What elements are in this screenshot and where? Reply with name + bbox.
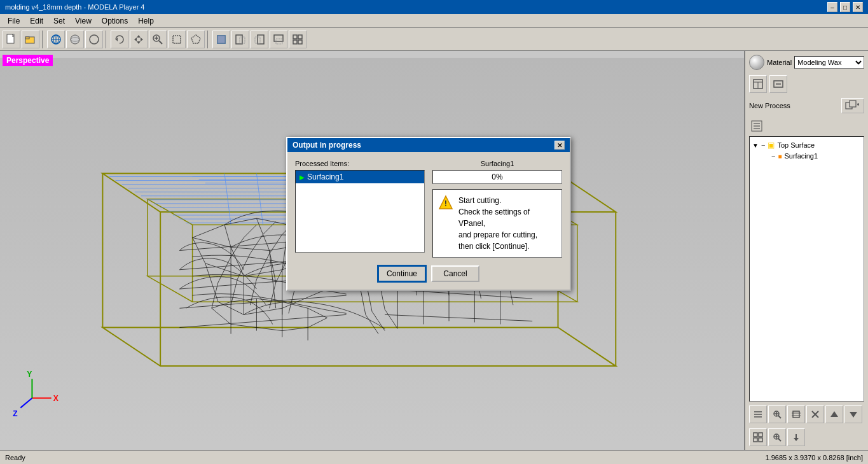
svg-marker-11	[137, 35, 141, 38]
processed-items-list[interactable]: ▶ Surfacing1	[295, 170, 425, 253]
panel-btn-crop[interactable]	[787, 405, 805, 423]
panel-icon-btn-1[interactable]	[749, 75, 767, 93]
svg-rect-30	[298, 35, 302, 39]
toolbar-circle[interactable]	[85, 31, 103, 48]
material-select[interactable]: Modeling Wax Chemical Wood Acrylic	[794, 56, 864, 69]
panel-icons-row	[749, 75, 864, 93]
svg-marker-14	[141, 38, 143, 41]
svg-text:!: !	[444, 199, 447, 208]
toolbar-solid-view[interactable]	[212, 31, 230, 48]
panel-btn-lines[interactable]	[749, 405, 767, 423]
toolbar-select-rect[interactable]	[168, 31, 186, 48]
svg-rect-108	[759, 438, 762, 442]
process-tree: ▼ − ▣ Top Surface − ■ Surfacing1	[749, 136, 864, 402]
processed-items-section: Processed Items: ▶ Surfacing1	[295, 160, 425, 258]
menu-help[interactable]: Help	[133, 15, 159, 27]
close-window-button[interactable]: ✕	[853, 2, 863, 12]
toolbar-grid-view[interactable]	[289, 31, 307, 48]
panel-btn-zoom[interactable]	[768, 405, 786, 423]
panel-icon-btn-2[interactable]	[769, 75, 787, 93]
svg-rect-84	[850, 101, 856, 107]
perspective-label: Perspective	[3, 55, 53, 66]
svg-rect-31	[293, 40, 297, 44]
tree-label-surfacing1: Surfacing1	[784, 152, 818, 160]
toolbar-select-poly[interactable]	[187, 31, 205, 48]
svg-rect-32	[298, 40, 302, 44]
panel-btn-x[interactable]	[806, 405, 824, 423]
menu-edit[interactable]: Edit	[25, 15, 48, 27]
svg-rect-25	[258, 35, 264, 44]
menubar: File Edit Set View Options Help	[0, 14, 868, 28]
panel-btn-grid[interactable]	[749, 428, 767, 446]
svg-rect-98	[793, 411, 799, 418]
tree-item-top-surface[interactable]: ▼ − ▣ Top Surface	[752, 139, 861, 151]
modal-close-button[interactable]: ✕	[555, 141, 565, 150]
modal-buttons: Continue Cancel	[295, 265, 562, 282]
toolbar-top-view[interactable]	[270, 31, 287, 48]
titlebar: molding v4_18mm depth - MODELA Player 4 …	[0, 0, 868, 14]
tree-icon-minus2: −	[771, 152, 775, 160]
svg-rect-105	[754, 433, 757, 437]
panel-tree-refresh-btn[interactable]	[749, 118, 764, 134]
modal-top-section: Processed Items: ▶ Surfacing1 Surfacing1…	[295, 160, 562, 258]
dimensions-text: 1.9685 x 3.9370 x 0.8268 [inch]	[765, 454, 863, 461]
warning-icon: !	[438, 195, 453, 210]
svg-marker-104	[850, 412, 857, 418]
menu-options[interactable]: Options	[97, 15, 133, 27]
toolbar-open[interactable]	[22, 31, 39, 48]
material-sphere-icon	[749, 55, 764, 70]
toolbar-side-view[interactable]	[251, 31, 268, 48]
toolbar	[0, 28, 868, 51]
toolbar-globe[interactable]	[47, 31, 65, 48]
progress-percent: 0%	[492, 172, 502, 181]
modal-titlebar: Output in progress ✕	[287, 138, 570, 152]
panel-btn-arrow-down[interactable]	[787, 428, 805, 446]
item-label-surfacing1: Surfacing1	[307, 172, 343, 181]
titlebar-controls: – □ ✕	[827, 2, 863, 12]
svg-text:Z: Z	[13, 409, 18, 418]
svg-marker-114	[794, 438, 799, 441]
new-process-button[interactable]	[841, 98, 864, 113]
tree-item-surfacing1[interactable]: − ■ Surfacing1	[762, 151, 861, 161]
menu-set[interactable]: Set	[48, 15, 70, 27]
tree-icon-minus: −	[761, 141, 765, 149]
continue-button[interactable]: Continue	[378, 265, 426, 282]
svg-line-95	[778, 416, 781, 418]
svg-line-110	[778, 439, 781, 441]
svg-marker-20	[191, 35, 200, 43]
toolbar-front-view[interactable]	[231, 31, 249, 48]
toolbar-new[interactable]	[3, 31, 20, 48]
maximize-button[interactable]: □	[840, 2, 850, 12]
modal-title: Output in progress	[293, 141, 361, 150]
output-progress-dialog: Output in progress ✕ Processed Items: ▶ …	[286, 137, 571, 291]
folder-icon: ▣	[768, 141, 775, 150]
progress-bar: 0%	[432, 170, 562, 184]
toolbar-rotate[interactable]	[111, 31, 128, 48]
minimize-button[interactable]: –	[827, 2, 837, 12]
titlebar-title: molding v4_18mm depth - MODELA Player 4	[5, 3, 145, 11]
toolbar-move[interactable]	[130, 31, 148, 48]
toolbar-sep1	[42, 31, 45, 48]
svg-rect-23	[236, 35, 242, 44]
processed-item-surfacing1[interactable]: ▶ Surfacing1	[296, 171, 424, 183]
status-text: Ready	[5, 454, 25, 461]
toolbar-zoom[interactable]	[149, 31, 167, 48]
toolbar-sphere[interactable]	[66, 31, 84, 48]
svg-marker-12	[137, 41, 141, 44]
menu-file[interactable]: File	[3, 15, 25, 27]
svg-rect-22	[217, 36, 225, 43]
panel-btn-up[interactable]	[825, 405, 843, 423]
right-panel: Material Modeling Wax Chemical Wood Acry…	[744, 51, 868, 450]
cancel-button[interactable]: Cancel	[431, 265, 479, 282]
surfacing1-progress-section: Surfacing1 0% ! Start cutting.Check the …	[432, 160, 562, 258]
panel-bottom-icons	[749, 405, 864, 446]
tree-label-top-surface: Top Surface	[777, 141, 815, 149]
svg-rect-2	[25, 37, 29, 39]
menu-view[interactable]: View	[70, 15, 97, 27]
tree-expand-top-surface[interactable]: ▼	[752, 142, 759, 149]
toolbar-sep3	[207, 31, 210, 48]
panel-btn-zoomin2[interactable]	[768, 428, 786, 446]
svg-marker-13	[134, 38, 137, 41]
new-process-row: New Process	[749, 98, 864, 113]
panel-btn-down[interactable]	[844, 405, 862, 423]
